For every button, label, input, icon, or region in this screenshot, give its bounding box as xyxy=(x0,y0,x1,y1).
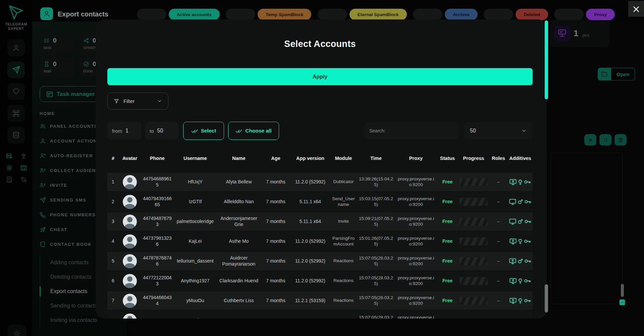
username-cell: yMuuOu xyxy=(174,296,217,305)
contacts-person-icon xyxy=(43,10,50,17)
from-field[interactable]: from xyxy=(107,122,142,140)
time-cell: 15:03:15(07.05.25) xyxy=(357,195,395,209)
module-cell: Invite xyxy=(330,217,357,226)
to-label: to xyxy=(150,128,154,134)
age-cell: 7 months xyxy=(261,257,290,266)
table-row[interactable]: 4447379813236KajLeiAsthe Mo7 months11.2.… xyxy=(107,232,533,250)
username-cell: unsaturationama xyxy=(174,316,217,319)
resize-icon xyxy=(620,300,624,304)
to-input[interactable] xyxy=(157,128,169,134)
table-row[interactable]: 1447546889615HfUxjYAfyta Bellew7 months1… xyxy=(107,173,533,191)
app-version-cell: 11.2.0 (52992) xyxy=(290,277,330,285)
select-label: Select xyxy=(201,128,216,134)
search-field[interactable] xyxy=(364,122,459,139)
status-badge[interactable]: Proxy xyxy=(586,9,615,20)
app-version-cell: 5.11.1 x64 xyxy=(290,198,330,206)
status-value: Free xyxy=(442,238,453,244)
badge-ghost-pill[interactable] xyxy=(413,9,442,20)
progress-cell xyxy=(458,177,489,187)
to-field[interactable]: to xyxy=(145,122,178,140)
time-cell: 15:07:05(28.03.25) xyxy=(357,254,395,268)
additives-cell: ♂ xyxy=(508,197,533,207)
status-badge[interactable]: Archive xyxy=(445,9,478,20)
column-header: App version xyxy=(290,156,330,161)
status-value: Free xyxy=(442,258,453,264)
roles-cell: – xyxy=(489,217,508,226)
status-badge[interactable]: Eternal SpamBlock xyxy=(350,9,407,20)
status-badge[interactable]: Temp SpamBlock xyxy=(258,9,311,20)
roles-cell: – xyxy=(489,277,508,285)
table-row[interactable]: 844746650553unsaturationamaReactions15:0… xyxy=(107,311,533,319)
apply-button[interactable]: Apply xyxy=(107,68,533,85)
key-icon xyxy=(524,178,531,186)
avatar xyxy=(123,215,137,229)
module-cell: Reactions xyxy=(330,296,357,305)
status-value: Free xyxy=(442,179,453,184)
table-row[interactable]: 3447494876793palmettocoleridgeAndersonja… xyxy=(107,212,533,231)
progress-bar xyxy=(460,257,488,265)
progress-cell xyxy=(458,256,489,267)
table-row[interactable]: 24407943916665IzGTIfAlllelddlto Nan7 mon… xyxy=(107,192,533,211)
row-number: 7 xyxy=(107,296,119,305)
roles-cell: – xyxy=(489,178,508,186)
modal-scrollbar-thumb[interactable] xyxy=(545,20,548,99)
table-row[interactable]: 7447944660434yMuuOuCuthbertx Liss7 month… xyxy=(107,291,533,310)
accounts-table-body: 1447546889615HfUxjYAfyta Bellew7 months1… xyxy=(107,173,533,319)
female-icon: ♀ xyxy=(518,238,522,244)
column-header: Avatar xyxy=(119,156,141,161)
badge-ghost-pill[interactable] xyxy=(484,9,513,20)
name-cell: Clarksardin Huend xyxy=(217,277,261,285)
search-input[interactable] xyxy=(369,128,453,133)
age-cell: 7 months xyxy=(261,277,290,285)
filter-dropdown[interactable]: Filter xyxy=(107,93,168,110)
badge-ghost-pill[interactable] xyxy=(137,9,166,20)
badge-group: Proxy xyxy=(554,9,615,20)
from-input[interactable] xyxy=(125,128,137,134)
status-badge[interactable]: Active accounts xyxy=(169,9,220,20)
proxy-cell: proxy.proxyverse.io:9200 xyxy=(395,274,437,288)
row-number: 8 xyxy=(107,316,119,319)
key-icon xyxy=(524,218,532,225)
double-check-icon xyxy=(235,127,242,134)
modal-scrollbar-lower[interactable] xyxy=(545,284,548,313)
badge-ghost-pill[interactable] xyxy=(226,9,255,20)
status-value: Free xyxy=(442,278,453,283)
row-number: 6 xyxy=(107,277,119,285)
badge-ghost-pill[interactable] xyxy=(318,9,347,20)
age-cell: 7 months xyxy=(261,178,290,186)
right-scrollbar[interactable] xyxy=(621,284,624,297)
avatar xyxy=(123,314,137,319)
time-cell: 15:07:05(28.03.25) xyxy=(357,314,395,319)
proxy-cell: proxy.proxyverse.io:9200 xyxy=(395,234,437,248)
status-cell: Free xyxy=(437,276,458,285)
avatar xyxy=(123,195,137,209)
row-number: 2 xyxy=(107,198,119,206)
resize-handle[interactable] xyxy=(620,299,625,305)
status-badge[interactable]: Deleted xyxy=(516,9,548,20)
close-button[interactable]: × xyxy=(628,1,644,17)
table-row[interactable]: 5447878768746tellurium_dassentAuidrcer P… xyxy=(107,252,533,270)
progress-bar xyxy=(460,277,488,285)
badges-bar: Active accountsTemp SpamBlockEternal Spa… xyxy=(137,9,615,20)
female-icon: ♀ xyxy=(518,298,522,304)
table-row[interactable]: 6447721220043Anything1927Clarksardin Hue… xyxy=(107,272,533,290)
username-cell: HfUxjY xyxy=(174,178,217,186)
badge-group: Temp SpamBlock xyxy=(226,9,311,20)
choose-all-button[interactable]: Choose all xyxy=(228,122,279,140)
double-check-icon xyxy=(191,127,198,134)
select-button[interactable]: Select xyxy=(183,122,224,140)
male-icon: ♂ xyxy=(518,199,523,205)
progress-cell xyxy=(458,216,489,227)
chevron-down-icon xyxy=(157,99,162,104)
phone-cell: 447546889615 xyxy=(141,175,174,189)
badge-ghost-pill[interactable] xyxy=(554,9,584,20)
column-header: # xyxy=(107,156,119,161)
modal-controls: from to Select Choose all 50 xyxy=(107,122,533,140)
page-size-dropdown[interactable]: 50 xyxy=(464,122,533,139)
proxy-cell: proxy.proxyverse.io:9200 xyxy=(395,254,437,268)
avatar-cell xyxy=(119,253,141,270)
screen-x-icon xyxy=(509,257,517,265)
module-cell: Reactions xyxy=(330,316,357,319)
progress-cell xyxy=(458,276,489,286)
column-header: Name xyxy=(217,156,261,161)
